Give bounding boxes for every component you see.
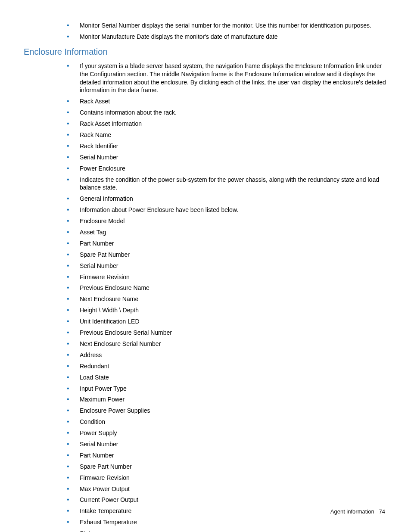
list-item: Rack Name bbox=[67, 131, 387, 139]
list-item: Information about Power Enclosure have b… bbox=[67, 206, 387, 214]
list-item: Monitor Serial Number displays the seria… bbox=[67, 22, 387, 30]
list-item: Redundant bbox=[67, 362, 387, 370]
list-item: If your system is a blade server based s… bbox=[67, 62, 387, 95]
list-item: Enclosure Model bbox=[67, 217, 387, 225]
list-item: Next Enclosure Name bbox=[67, 295, 387, 303]
page-footer: Agent information 74 bbox=[330, 508, 385, 516]
enclosure-information-heading: Enclosure Information bbox=[24, 46, 387, 58]
list-item: Power Supply bbox=[67, 429, 387, 437]
list-item: Monitor Manufacture Date displays the mo… bbox=[67, 33, 387, 41]
list-item: Serial Number bbox=[67, 262, 387, 270]
list-item: Rack Identifier bbox=[67, 142, 387, 150]
footer-section: Agent information bbox=[330, 508, 374, 515]
list-item: Contains information about the rack. bbox=[67, 109, 387, 117]
list-item: Indicates the condition of the power sub… bbox=[67, 176, 387, 192]
list-item: Next Enclosure Serial Number bbox=[67, 340, 387, 348]
list-item: General Information bbox=[67, 195, 387, 203]
list-item: Unit Identification LED bbox=[67, 317, 387, 326]
list-item: Rack Asset bbox=[67, 97, 387, 106]
list-item: Load State bbox=[67, 373, 387, 382]
list-item: Maximum Power bbox=[67, 395, 387, 404]
main-bullet-list: If your system is a blade server based s… bbox=[24, 62, 387, 532]
list-item: Height \ Width \ Depth bbox=[67, 306, 387, 314]
list-item: Power Enclosure bbox=[67, 165, 387, 173]
list-item: Enclosure Power Supplies bbox=[67, 407, 387, 415]
list-item: Rack Asset Information bbox=[67, 120, 387, 128]
list-item: Status bbox=[67, 529, 387, 532]
list-item: Firmware Revision bbox=[67, 474, 387, 482]
list-item: Previous Enclosure Name bbox=[67, 284, 387, 292]
list-item: Current Power Output bbox=[67, 496, 387, 504]
list-item: Firmware Revision bbox=[67, 273, 387, 281]
list-item: Condition bbox=[67, 418, 387, 426]
footer-page-number: 74 bbox=[379, 508, 385, 515]
list-item: Part Number bbox=[67, 240, 387, 248]
list-item: Address bbox=[67, 351, 387, 359]
list-item: Previous Enclosure Serial Number bbox=[67, 329, 387, 337]
list-item: Serial Number bbox=[67, 440, 387, 448]
list-item: Spare Part Number bbox=[67, 463, 387, 471]
list-item: Part Number bbox=[67, 451, 387, 460]
top-bullet-list: Monitor Serial Number displays the seria… bbox=[24, 22, 387, 41]
list-item: Spare Pat Number bbox=[67, 251, 387, 259]
list-item: Serial Number bbox=[67, 153, 387, 162]
list-item: Exhaust Temperature bbox=[67, 518, 387, 526]
list-item: Input Power Type bbox=[67, 385, 387, 393]
list-item: Asset Tag bbox=[67, 228, 387, 236]
list-item: Max Power Output bbox=[67, 485, 387, 493]
